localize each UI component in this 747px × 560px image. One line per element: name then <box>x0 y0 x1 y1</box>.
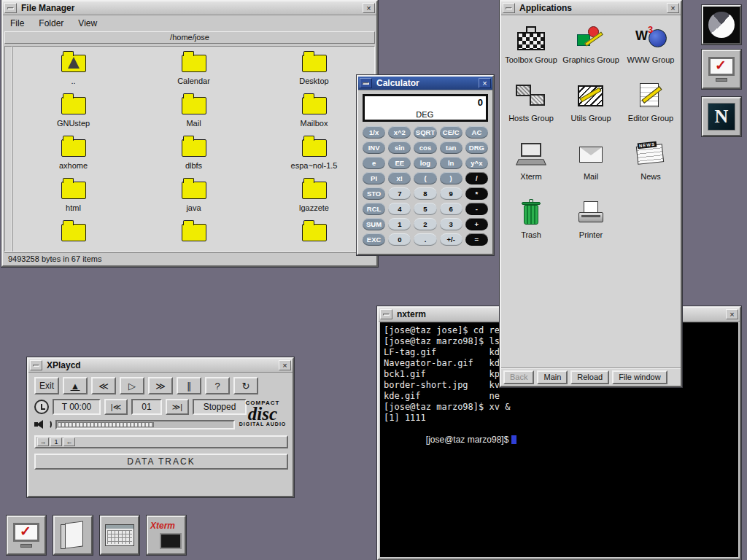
file-window-button[interactable]: File window <box>612 370 667 384</box>
calc-button[interactable]: EE <box>388 157 411 169</box>
windowmaker-dock-tile[interactable] <box>702 5 741 44</box>
app-item[interactable]: Hosts Group <box>501 78 561 136</box>
play-button[interactable]: ▷ <box>120 377 144 394</box>
charmap-launcher-tile[interactable] <box>100 516 139 555</box>
window-menu-button[interactable] <box>380 309 392 319</box>
terminal-launcher-tile[interactable]: ✓ <box>702 50 741 89</box>
calc-button[interactable]: 3 <box>440 218 462 230</box>
calc-button[interactable]: x^2 <box>388 126 411 139</box>
folder-item[interactable] <box>13 216 133 252</box>
folder-item[interactable]: html <box>13 174 133 216</box>
vertical-scrollbar[interactable] <box>4 46 12 252</box>
window-menu-button[interactable] <box>360 78 372 88</box>
calc-button[interactable]: e <box>363 157 385 169</box>
calc-button[interactable]: STO <box>363 187 385 200</box>
app-item[interactable]: Editor Group <box>621 78 681 136</box>
book-launcher-tile[interactable] <box>53 516 93 555</box>
window-menu-button[interactable] <box>4 3 17 13</box>
calc-button[interactable]: PI <box>363 172 385 184</box>
close-icon[interactable]: × <box>363 3 375 13</box>
calc-button[interactable]: CE/C <box>440 126 462 139</box>
folder-item[interactable]: axhome <box>13 131 133 174</box>
calc-button[interactable]: * <box>465 187 488 200</box>
calc-button[interactable]: 4 <box>388 203 411 215</box>
calc-button[interactable]: +/- <box>440 233 462 246</box>
menu-item[interactable]: View <box>78 18 97 28</box>
loop-button[interactable]: ↻ <box>233 377 258 394</box>
netscape-launcher-tile[interactable]: N <box>702 97 741 136</box>
calc-button[interactable]: 0 <box>388 233 411 246</box>
calc-button[interactable]: / <box>465 172 488 184</box>
app-item[interactable]: NEWS News <box>621 136 681 195</box>
folder-item[interactable]: GNUstep <box>13 89 133 131</box>
prev-track-button[interactable]: |≪ <box>104 399 128 415</box>
folder-item[interactable]: dlbfs <box>133 131 254 174</box>
app-item[interactable]: Mail <box>561 136 621 195</box>
fast-forward-button[interactable]: ≫ <box>148 377 173 394</box>
menu-item[interactable]: File <box>10 18 24 28</box>
eject-button[interactable]: ▲ <box>63 377 88 394</box>
calc-button[interactable]: ( <box>414 172 436 184</box>
folder-item[interactable]: java <box>133 174 254 216</box>
calc-button[interactable]: tan <box>440 141 462 154</box>
calc-button[interactable]: 1/x <box>363 126 385 139</box>
file-manager-titlebar[interactable]: File Manager × <box>3 1 376 15</box>
app-item[interactable]: Xterm <box>501 136 561 195</box>
calc-button[interactable]: 1 <box>388 218 411 230</box>
calc-button[interactable]: cos <box>414 141 436 154</box>
reload-button[interactable]: Reload <box>570 370 609 384</box>
calc-button[interactable]: INV <box>363 141 385 154</box>
menu-item[interactable]: Folder <box>39 18 63 28</box>
volume-slider-handle[interactable] <box>58 422 154 427</box>
track-strip-button[interactable]: → <box>37 438 49 446</box>
calc-button[interactable]: 2 <box>414 218 436 230</box>
intro-scan-button[interactable]: ? <box>205 377 230 394</box>
calc-button[interactable]: EXC <box>363 233 385 246</box>
track-strip-button[interactable]: ← <box>63 438 75 446</box>
app-item[interactable]: Graphics Group <box>561 20 621 78</box>
window-menu-button[interactable] <box>503 3 515 13</box>
folder-item[interactable] <box>133 216 254 252</box>
close-icon[interactable]: × <box>726 309 738 319</box>
folder-item[interactable]: Mail <box>133 89 254 131</box>
app-item[interactable]: Toolbox Group <box>501 20 561 78</box>
calc-button[interactable]: SQRT <box>414 126 436 139</box>
calc-button[interactable]: 7 <box>388 187 411 200</box>
calc-button[interactable]: log <box>414 157 436 169</box>
app-item[interactable]: Utils Group <box>561 78 621 136</box>
calc-button[interactable]: - <box>465 203 488 215</box>
folder-item[interactable]: .. <box>13 47 133 89</box>
calc-button[interactable]: DRG <box>465 141 488 154</box>
data-track-button[interactable]: DATA TRACK <box>34 454 288 470</box>
rewind-button[interactable]: ≪ <box>91 377 116 394</box>
app-item[interactable]: Printer <box>561 195 621 253</box>
close-icon[interactable]: × <box>279 360 291 370</box>
calc-button[interactable]: ln <box>440 157 462 169</box>
calc-button[interactable]: x! <box>388 172 411 184</box>
close-icon[interactable]: × <box>667 3 679 13</box>
calculator-titlebar[interactable]: Calculator × <box>358 77 492 90</box>
calc-button[interactable]: + <box>465 218 488 230</box>
xterm-launcher-tile[interactable]: Xterm <box>147 516 186 555</box>
calc-button[interactable]: RCL <box>363 203 385 215</box>
terminal-launcher-tile-2[interactable]: ✓ <box>7 516 46 555</box>
folder-item[interactable]: Calendar <box>133 47 254 89</box>
exit-button[interactable]: Exit <box>34 377 59 394</box>
pause-button[interactable]: ∥ <box>177 377 201 394</box>
volume-slider[interactable] <box>55 420 235 429</box>
calc-button[interactable]: 5 <box>414 203 436 215</box>
window-menu-button[interactable] <box>30 360 42 370</box>
track-strip-button[interactable]: 1 <box>50 438 62 446</box>
next-track-button[interactable]: ≫| <box>166 399 189 415</box>
calc-button[interactable]: y^x <box>465 157 488 169</box>
back-button[interactable]: Back <box>503 370 534 384</box>
app-item[interactable]: Trash <box>501 195 561 253</box>
calc-button[interactable]: 8 <box>414 187 436 200</box>
main-button[interactable]: Main <box>537 370 568 384</box>
close-icon[interactable]: × <box>479 78 491 88</box>
calc-button[interactable]: SUM <box>363 218 385 230</box>
calc-button[interactable]: = <box>465 233 488 246</box>
calc-button[interactable]: . <box>414 233 436 246</box>
calc-button[interactable]: 9 <box>440 187 462 200</box>
calc-button[interactable]: AC <box>465 126 488 139</box>
